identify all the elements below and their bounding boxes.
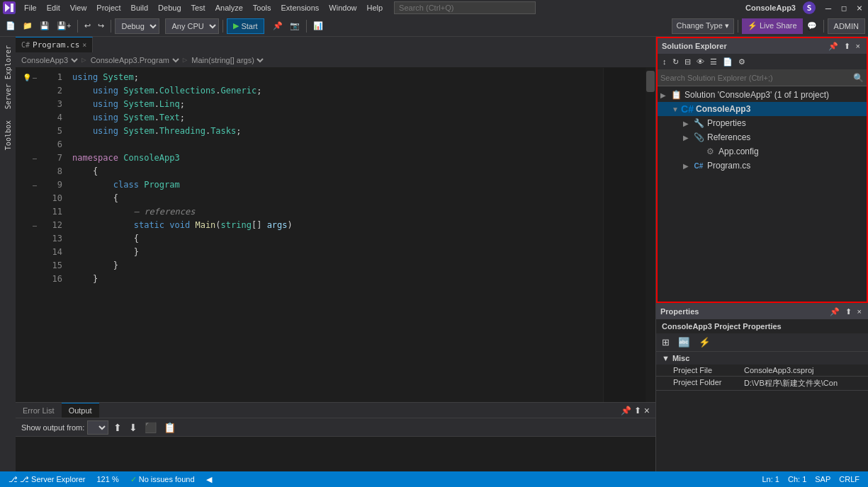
attach-btn[interactable]: 📌 — [270, 20, 286, 32]
no-issues-status[interactable]: ✓ No issues found — [126, 475, 199, 484]
zoom-status[interactable]: 121 % — [92, 475, 123, 483]
tab-close-icon[interactable]: × — [82, 41, 86, 49]
camera-btn[interactable]: 📷 — [287, 20, 303, 32]
collapse-icon-7[interactable]: — — [33, 154, 37, 162]
prop-pin-btn[interactable]: 📌 — [828, 306, 842, 317]
menu-help[interactable]: Help — [362, 2, 387, 13]
open-btn[interactable]: 📁 — [20, 20, 35, 32]
se-pin-btn[interactable]: 📌 — [826, 41, 840, 52]
output-btn-4[interactable]: 📋 — [162, 422, 178, 433]
sep1 — [77, 20, 78, 33]
code-line-4: using System.Text; — [72, 111, 597, 125]
admin-button[interactable]: ADMIN — [828, 18, 865, 34]
toolbox-tab[interactable]: Toolbox — [3, 115, 13, 156]
gutter-line-3 — [16, 98, 38, 111]
code-line-12: static void Main(string[] args) — [72, 219, 597, 232]
se-programcs-item[interactable]: ▶ C# Program.cs — [658, 159, 867, 173]
live-share-button[interactable]: ⚡ Live Share — [742, 18, 803, 34]
line-numbers: 1 2 3 4 5 6 7 8 9 10 11 12 13 14 15 16 — [38, 68, 67, 402]
project-dropdown[interactable]: ConsoleApp3 — [18, 55, 80, 65]
menu-project[interactable]: Project — [92, 2, 125, 13]
check-icon: ✓ — [130, 475, 137, 484]
menu-edit[interactable]: Edit — [43, 2, 64, 13]
output-btn-1[interactable]: ⬆ — [111, 422, 124, 433]
se-properties-label: Properties — [707, 118, 746, 128]
menu-analyze[interactable]: Analyze — [211, 2, 247, 13]
output-source-select[interactable] — [87, 420, 108, 435]
save-btn[interactable]: 💾 — [37, 20, 52, 32]
se-show-all-btn[interactable]: 👁 — [694, 57, 706, 67]
se-project-item[interactable]: ▼ C# ConsoleApp3 — [658, 102, 867, 116]
prop-sort-btn[interactable]: 🔤 — [675, 336, 693, 349]
output-btn-3[interactable]: ⬛ — [142, 422, 159, 433]
menu-debug[interactable]: Debug — [154, 2, 185, 13]
undo-btn[interactable]: ↩ — [81, 20, 94, 32]
close-button[interactable]: × — [854, 2, 865, 13]
se-preview-btn[interactable]: 📄 — [721, 57, 735, 67]
error-list-tab[interactable]: Error List — [16, 403, 62, 418]
server-explorer-tab[interactable]: Server Explorer — [3, 40, 13, 115]
new-project-btn[interactable]: 📄 — [3, 20, 18, 32]
code-editor[interactable]: using System; using System.Collections.G… — [67, 68, 603, 402]
status-bar: ⎇ ⎇ Server Explorer 121 % ✓ No issues fo… — [16, 471, 655, 487]
prop-row-project-folder[interactable]: Project Folder D:\VB程序\新建文件夹\Con — [656, 377, 868, 391]
output-pin-btn[interactable]: 📌 — [621, 406, 631, 416]
se-filter-btn[interactable]: ☰ — [708, 57, 719, 67]
source-control-status[interactable]: ⎇ ⎇ Server Explorer — [16, 475, 89, 484]
redo-btn[interactable]: ↪ — [95, 20, 107, 32]
gutter-line-6 — [16, 138, 38, 151]
output-tab[interactable]: Output — [62, 403, 99, 418]
method-dropdown[interactable]: Main(string[] args) — [188, 55, 266, 65]
se-properties-item[interactable]: ▶ 🔧 Properties — [658, 116, 867, 130]
feedback-btn[interactable]: 💬 — [804, 20, 820, 32]
menu-file[interactable]: File — [20, 2, 41, 13]
prop-key-project-file: Project File — [673, 366, 744, 374]
se-solution-label: Solution 'ConsoleApp3' (1 of 1 project) — [684, 90, 829, 100]
cpu-select[interactable]: Any CPU — [165, 18, 219, 34]
se-search-input[interactable] — [660, 74, 853, 82]
tab-filename: Program.cs — [33, 40, 79, 50]
se-sync-btn[interactable]: ↕ — [660, 57, 669, 67]
output-float-btn[interactable]: ⬆ — [634, 406, 641, 416]
collapse-icon-9[interactable]: — — [33, 181, 37, 189]
output-btn-2[interactable]: ⬇ — [127, 422, 140, 433]
se-appconfig-item[interactable]: ⚙ App.config — [658, 144, 867, 159]
collapse-icon-12[interactable]: — — [33, 222, 37, 229]
change-type-button[interactable]: Change Type ▾ — [672, 18, 734, 34]
collapse-icon-1[interactable]: — — [33, 74, 37, 81]
se-references-item[interactable]: ▶ 📎 References — [658, 130, 867, 144]
menu-window[interactable]: Window — [325, 2, 361, 13]
code-line-7: namespace ConsoleApp3 — [72, 151, 597, 165]
se-settings-btn[interactable]: ⚙ — [736, 57, 748, 67]
class-dropdown[interactable]: ConsoleApp3.Program — [88, 55, 181, 65]
menu-tools[interactable]: Tools — [249, 2, 276, 13]
tracking-status[interactable]: ◀ — [202, 475, 216, 484]
se-solution-item[interactable]: ▶ 📋 Solution 'ConsoleApp3' (1 of 1 proje… — [658, 88, 867, 102]
se-close-btn[interactable]: × — [854, 41, 862, 52]
editor-scrollbar[interactable] — [646, 68, 655, 402]
menu-extensions[interactable]: Extensions — [277, 2, 324, 13]
diag-btn[interactable]: 📊 — [310, 20, 326, 32]
minimize-button[interactable]: — — [823, 2, 834, 13]
prop-grid-btn[interactable]: ⊞ — [659, 336, 672, 349]
output-close-btn[interactable]: × — [644, 405, 650, 416]
global-search-input[interactable] — [394, 1, 536, 14]
debug-mode-select[interactable]: Debug — [115, 18, 159, 34]
properties-section-header[interactable]: ▼ Misc — [656, 352, 868, 365]
prop-float-btn[interactable]: ⬆ — [843, 306, 854, 317]
prop-event-btn[interactable]: ⚡ — [696, 336, 714, 349]
save-all-btn[interactable]: 💾+ — [54, 20, 74, 32]
maximize-button[interactable]: □ — [838, 2, 850, 13]
menu-build[interactable]: Build — [127, 2, 152, 13]
se-collapse-btn[interactable]: ⊟ — [682, 57, 693, 67]
se-refresh-btn[interactable]: ↻ — [670, 57, 681, 67]
prop-close-btn[interactable]: × — [855, 306, 864, 317]
menu-view[interactable]: View — [66, 2, 91, 13]
start-button[interactable]: ▶ Start — [227, 18, 264, 34]
scroll-thumb[interactable] — [646, 71, 655, 92]
menu-test[interactable]: Test — [187, 2, 210, 13]
se-float-btn[interactable]: ⬆ — [842, 41, 852, 52]
program-cs-tab[interactable]: C# Program.cs × — [16, 37, 93, 52]
prop-row-project-file[interactable]: Project File ConsoleApp3.csproj — [656, 365, 868, 377]
properties-panel: Properties 📌 ⬆ × ConsoleApp3 Project Pro… — [656, 303, 868, 487]
